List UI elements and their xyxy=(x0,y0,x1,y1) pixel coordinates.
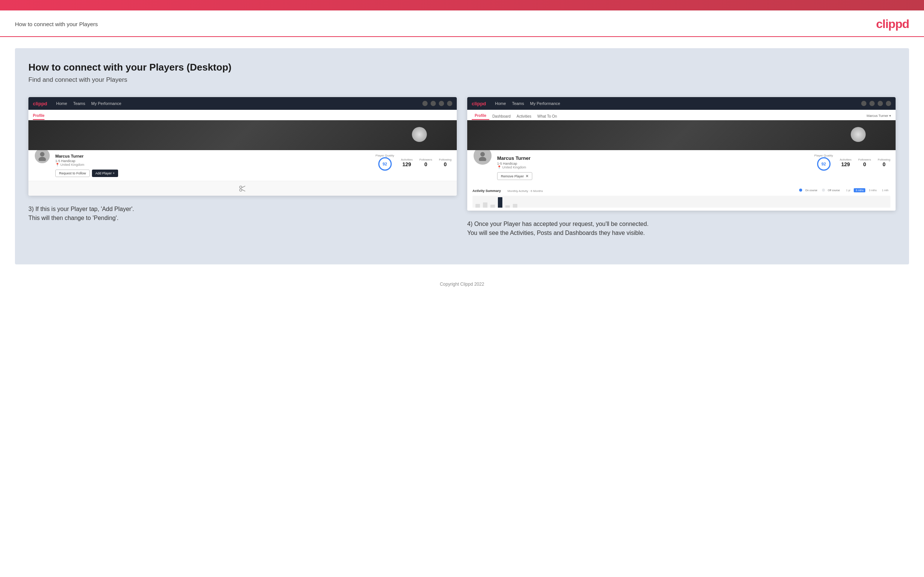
activity-title-group: Activity Summary Monthly Activity · 6 Mo… xyxy=(472,187,543,193)
profile-section-right: Marcus Turner 1-5 Handicap 📍 United King… xyxy=(467,150,896,184)
oncourse-legend-dot xyxy=(799,189,802,192)
player-location-right: 📍 United Kingdom xyxy=(497,166,810,169)
following-stat-left: Following 0 xyxy=(439,158,452,167)
avatar-icon-left[interactable] xyxy=(447,101,452,106)
svg-point-7 xyxy=(479,157,486,161)
footer: Copyright Clippd 2022 xyxy=(0,276,924,294)
player-handicap-right: 1-5 Handicap xyxy=(497,162,810,166)
chart-bar-6 xyxy=(513,204,517,208)
footer-text: Copyright Clippd 2022 xyxy=(440,282,485,287)
header-title: How to connect with your Players xyxy=(15,21,98,27)
player-stats-right: Player Quality 92 Activities 129 Followe… xyxy=(814,154,890,171)
caption-line1-left: 3) If this is your Player tap, 'Add Play… xyxy=(28,206,134,212)
activity-title: Activity Summary xyxy=(472,189,501,193)
followers-label-right: Followers xyxy=(858,158,871,161)
activity-controls: On course Off course 1 yr 6 mths 3 mths … xyxy=(799,188,890,192)
chart-bar-4 xyxy=(498,197,502,208)
player-buttons-left: Request to Follow Add Player + xyxy=(55,169,371,177)
following-value-left: 0 xyxy=(439,161,452,167)
caption-text-right: 4) Once your Player has accepted your re… xyxy=(467,219,896,237)
following-stat-right: Following 0 xyxy=(878,158,890,167)
nav-myperformance-left[interactable]: My Performance xyxy=(91,101,121,106)
time-filters: 1 yr 6 mths 3 mths 1 mth xyxy=(844,188,890,192)
mock-logo-right: clippd xyxy=(472,101,486,106)
scissors-icon xyxy=(239,184,247,193)
mockup-right: clippd Home Teams My Performance Profile… xyxy=(467,97,896,211)
user-icon-right[interactable] xyxy=(869,101,875,106)
filter-1mth[interactable]: 1 mth xyxy=(880,188,890,192)
remove-player-button[interactable]: Remove Player ✕ xyxy=(497,172,532,180)
add-player-button[interactable]: Add Player + xyxy=(92,169,118,177)
followers-value-left: 0 xyxy=(419,161,432,167)
search-icon-right[interactable] xyxy=(861,101,866,106)
mock-tabs-left: Profile xyxy=(28,110,457,120)
activities-stat-left: Activities 129 xyxy=(401,158,413,167)
activities-label-left: Activities xyxy=(401,158,413,161)
remove-player-label: Remove Player xyxy=(501,174,524,178)
offcourse-legend-dot xyxy=(822,189,825,192)
nav-icons-right xyxy=(861,101,891,106)
tab-whattoon-right[interactable]: What To On xyxy=(535,110,560,120)
settings-icon-left[interactable] xyxy=(439,101,444,106)
player-handicap-left: 1-5 Handicap xyxy=(55,159,371,163)
mock-hero-right xyxy=(467,120,896,150)
player-info-right: Marcus Turner 1-5 Handicap 📍 United King… xyxy=(497,154,810,180)
mock-nav-right: clippd Home Teams My Performance xyxy=(467,97,896,110)
player-location-left: 📍 United Kingdom xyxy=(55,163,371,166)
tab-activities-right[interactable]: Activities xyxy=(514,110,534,120)
mock-tabs-right: Profile Dashboard Activities What To On … xyxy=(467,110,896,120)
following-value-right: 0 xyxy=(878,161,890,167)
tab-profile-right[interactable]: Profile xyxy=(472,110,489,120)
activities-stat-right: Activities 129 xyxy=(840,158,851,167)
chart-bar-1 xyxy=(475,204,480,208)
top-bar xyxy=(0,0,924,10)
mock-footer-left xyxy=(28,181,457,196)
settings-icon-right[interactable] xyxy=(878,101,883,106)
svg-point-1 xyxy=(39,157,46,161)
nav-home-left[interactable]: Home xyxy=(56,101,67,106)
activity-bar: Activity Summary Monthly Activity · 6 Mo… xyxy=(467,184,896,211)
followers-stat-left: Followers 0 xyxy=(419,158,432,167)
nav-icons-left xyxy=(422,101,452,106)
mock-logo-left: clippd xyxy=(33,101,47,106)
caption-line2-left: This will then change to 'Pending'. xyxy=(28,215,118,221)
main-content: How to connect with your Players (Deskto… xyxy=(15,48,909,264)
followers-stat-right: Followers 0 xyxy=(858,158,871,167)
remove-player-x-icon: ✕ xyxy=(525,174,528,178)
filter-6mths[interactable]: 6 mths xyxy=(854,188,865,192)
nav-teams-right[interactable]: Teams xyxy=(512,101,524,106)
svg-point-6 xyxy=(480,152,485,156)
filter-3mths[interactable]: 3 mths xyxy=(867,188,879,192)
request-follow-button[interactable]: Request to Follow xyxy=(55,169,90,177)
player-name-left: Marcus Turner xyxy=(55,154,371,158)
hero-circle-right xyxy=(851,127,866,142)
player-name-dropdown[interactable]: Marcus Turner ▾ xyxy=(866,114,891,120)
filter-1yr[interactable]: 1 yr xyxy=(844,188,853,192)
search-icon-left[interactable] xyxy=(422,101,428,106)
nav-teams-left[interactable]: Teams xyxy=(73,101,85,106)
tab-dashboard-right[interactable]: Dashboard xyxy=(489,110,514,120)
quality-circle-left: 92 xyxy=(378,157,392,171)
activities-value-right: 129 xyxy=(840,161,851,167)
caption-right: 4) Once your Player has accepted your re… xyxy=(467,219,896,237)
chart-bar-2 xyxy=(483,202,488,208)
tab-profile-left[interactable]: Profile xyxy=(33,114,44,120)
logo: clippd xyxy=(876,17,909,31)
chart-area xyxy=(472,196,890,208)
mock-hero-left xyxy=(28,120,457,150)
following-label-left: Following xyxy=(439,158,452,161)
player-buttons-right: Remove Player ✕ xyxy=(497,172,810,180)
activity-subtitle: Monthly Activity · 6 Months xyxy=(507,189,543,193)
activity-header: Activity Summary Monthly Activity · 6 Mo… xyxy=(472,187,890,193)
quality-label-right: Player Quality xyxy=(814,154,833,157)
player-stats-left: Player Quality 92 Activities 129 Followe… xyxy=(376,154,452,171)
user-icon-left[interactable] xyxy=(431,101,436,106)
oncourse-legend-label: On course xyxy=(805,189,817,192)
profile-section-left: Marcus Turner 1-5 Handicap 📍 United King… xyxy=(28,150,457,181)
avatar-icon-right[interactable] xyxy=(886,101,891,106)
chart-bar-5 xyxy=(506,205,510,208)
player-name-right: Marcus Turner xyxy=(497,155,810,161)
chart-bar-3 xyxy=(490,205,495,208)
nav-home-right[interactable]: Home xyxy=(495,101,506,106)
nav-myperformance-right[interactable]: My Performance xyxy=(530,101,560,106)
